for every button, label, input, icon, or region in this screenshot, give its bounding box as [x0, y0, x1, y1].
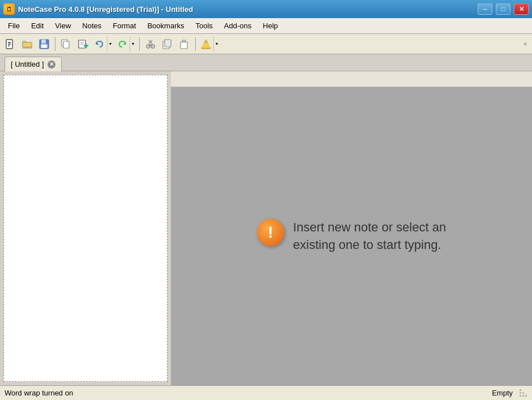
minimize-button[interactable]: ─ — [478, 3, 492, 15]
resize-grip — [520, 389, 527, 397]
svg-rect-7 — [42, 45, 46, 48]
svg-rect-25 — [181, 42, 187, 49]
new-button[interactable] — [2, 36, 18, 52]
svg-rect-24 — [165, 40, 171, 47]
menu-tools[interactable]: Tools — [190, 20, 218, 32]
menu-format[interactable]: Format — [107, 20, 141, 32]
status-text-left: Word wrap turned on — [5, 389, 487, 397]
redo-button[interactable] — [115, 36, 130, 52]
web-arrow[interactable]: ▾ — [213, 36, 220, 52]
editor-panel: ! Insert new note or select an existing … — [171, 71, 532, 385]
tab-bar: [ Untitled ] ✕ — [0, 54, 532, 71]
svg-rect-5 — [41, 40, 46, 44]
status-bar: Word wrap turned on Empty — [0, 385, 532, 400]
add-note-button[interactable] — [75, 36, 91, 52]
toolbar: ▾ ▾ — [0, 34, 532, 54]
menu-addons[interactable]: Add-ons — [218, 20, 257, 32]
separator-1 — [55, 37, 55, 51]
tab-label: [ Untitled ] — [11, 60, 44, 68]
more-button[interactable]: » — [521, 36, 530, 52]
placeholder-text: Insert new note or select an existing on… — [293, 219, 446, 254]
separator-3 — [195, 37, 196, 51]
copy-tree-button[interactable] — [58, 36, 74, 52]
maximize-button[interactable]: □ — [496, 3, 510, 15]
app-icon: 🗒 — [3, 3, 15, 15]
tab-untitled[interactable]: [ Untitled ] ✕ — [5, 57, 62, 71]
undo-group: ▾ — [92, 36, 114, 52]
menu-bookmarks[interactable]: Bookmarks — [141, 20, 190, 32]
menu-notes[interactable]: Notes — [76, 20, 107, 32]
menu-file[interactable]: File — [2, 20, 25, 32]
editor-area[interactable]: ! Insert new note or select an existing … — [171, 87, 532, 385]
undo-button[interactable] — [92, 36, 107, 52]
svg-rect-9 — [63, 41, 69, 48]
close-button[interactable]: ✕ — [514, 3, 529, 15]
svg-marker-28 — [202, 43, 210, 48]
copy-button[interactable] — [160, 36, 175, 52]
main-content: ! Insert new note or select an existing … — [0, 71, 532, 385]
svg-rect-26 — [182, 40, 186, 42]
status-right: Empty — [487, 389, 527, 397]
save-button[interactable] — [36, 36, 52, 52]
menu-view[interactable]: View — [49, 20, 76, 32]
open-button[interactable] — [19, 36, 35, 52]
menu-bar: File Edit View Notes Format Bookmarks To… — [0, 18, 532, 34]
paste-button[interactable] — [177, 36, 192, 52]
cut-button[interactable] — [143, 36, 158, 52]
redo-arrow[interactable]: ▾ — [130, 36, 136, 52]
title-bar: 🗒 NoteCase Pro 4.0.8 [Unregistered (Tria… — [0, 0, 532, 18]
editor-placeholder: ! Insert new note or select an existing … — [257, 219, 446, 254]
redo-group: ▾ — [115, 36, 136, 52]
tab-close-button[interactable]: ✕ — [48, 61, 55, 68]
web-button[interactable] — [199, 36, 213, 52]
editor-format-toolbar — [171, 71, 532, 87]
exclamation-icon: ! — [257, 219, 284, 246]
notes-tree-panel[interactable] — [3, 75, 168, 382]
title-text: NoteCase Pro 4.0.8 [Unregistered (Trial)… — [18, 5, 474, 14]
status-text-right: Empty — [487, 389, 517, 397]
undo-arrow[interactable]: ▾ — [107, 36, 114, 52]
menu-help[interactable]: Help — [257, 20, 284, 32]
separator-2 — [139, 37, 140, 51]
menu-edit[interactable]: Edit — [25, 20, 49, 32]
web-group: ▾ — [199, 36, 220, 52]
